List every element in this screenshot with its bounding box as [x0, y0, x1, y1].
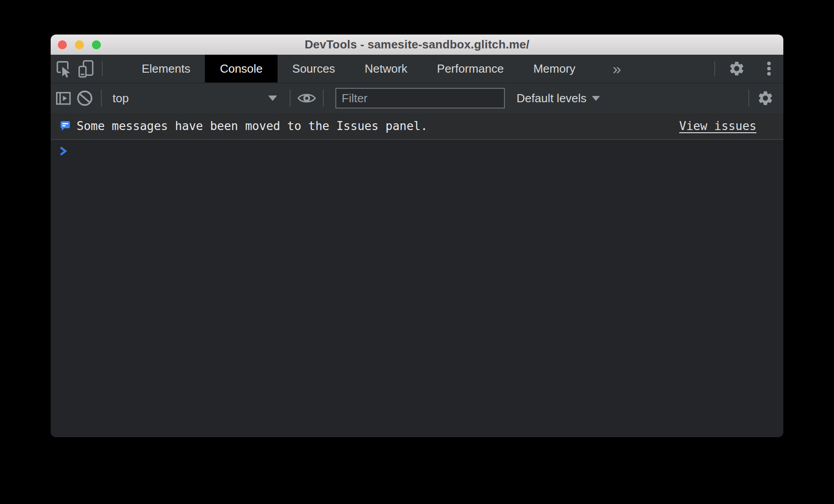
- kebab-menu-icon: [761, 60, 777, 78]
- tabbar-right-controls: [714, 55, 783, 83]
- gear-icon: [728, 60, 745, 77]
- tab-performance[interactable]: Performance: [422, 55, 519, 83]
- console-toolbar: top Default levels: [51, 83, 783, 113]
- tab-sources[interactable]: Sources: [278, 55, 350, 83]
- chevron-down-icon: [268, 96, 277, 101]
- chevron-down-icon: [592, 96, 600, 101]
- device-toolbar-icon: [76, 59, 96, 78]
- view-issues-link[interactable]: View issues: [679, 119, 756, 133]
- devtools-settings-button[interactable]: [726, 60, 747, 77]
- console-info-message-text: Some messages have been moved to the Iss…: [77, 119, 428, 133]
- filter-input[interactable]: [335, 88, 505, 109]
- inspect-element-button[interactable]: [53, 55, 75, 83]
- tabbar-spacer: [626, 55, 714, 83]
- window-titlebar[interactable]: DevTools - samesite-sandbox.glitch.me/: [51, 35, 783, 55]
- close-window-button[interactable]: [58, 40, 67, 49]
- desktop-background: DevTools - samesite-sandbox.glitch.me/: [0, 0, 834, 504]
- create-live-expression-button[interactable]: [296, 89, 317, 107]
- toolbar-separator: [101, 90, 102, 107]
- window-title: DevTools - samesite-sandbox.glitch.me/: [51, 38, 783, 52]
- eye-icon: [296, 89, 317, 107]
- console-panel: Some messages have been moved to the Iss…: [51, 113, 783, 437]
- tabbar-separator: [102, 61, 103, 76]
- console-sidebar-icon: [53, 88, 73, 108]
- tab-memory[interactable]: Memory: [518, 55, 590, 83]
- toolbar-separator: [323, 90, 324, 107]
- toolbar-separator: [748, 90, 749, 107]
- tab-elements[interactable]: Elements: [127, 55, 205, 83]
- console-prompt-chevron-icon: [59, 145, 68, 157]
- toggle-device-toolbar-button[interactable]: [75, 55, 96, 83]
- more-tabs-button[interactable]: »: [608, 55, 626, 83]
- devtools-tab-bar: Elements Console Sources Network Perform…: [51, 55, 783, 83]
- show-console-sidebar-button[interactable]: [52, 88, 74, 108]
- minimize-window-button[interactable]: [75, 40, 84, 49]
- clear-console-ban-icon: [75, 88, 95, 108]
- devtools-menu-button[interactable]: [758, 60, 780, 78]
- javascript-context-selector[interactable]: top: [107, 83, 284, 113]
- console-settings-button[interactable]: [755, 90, 776, 107]
- tabbar-separator: [714, 61, 715, 76]
- issues-message-bubble-icon: [60, 120, 71, 132]
- inspect-cursor-icon: [54, 59, 74, 78]
- toolbar-separator: [290, 90, 291, 107]
- console-prompt-row[interactable]: [51, 140, 783, 157]
- zoom-window-button[interactable]: [92, 40, 101, 49]
- more-tabs-chevron-icon: »: [612, 61, 621, 76]
- tab-network[interactable]: Network: [350, 55, 422, 83]
- tab-console[interactable]: Console: [205, 55, 277, 83]
- log-levels-dropdown[interactable]: Default levels: [517, 91, 600, 105]
- panel-tabs: Elements Console Sources Network Perform…: [127, 55, 590, 83]
- console-info-message-row: Some messages have been moved to the Iss…: [51, 113, 783, 140]
- clear-console-button[interactable]: [74, 88, 96, 108]
- devtools-window: DevTools - samesite-sandbox.glitch.me/: [51, 35, 783, 437]
- gear-icon: [757, 90, 774, 107]
- log-levels-value: Default levels: [517, 91, 586, 105]
- context-selector-value: top: [107, 91, 129, 105]
- traffic-lights: [51, 40, 101, 49]
